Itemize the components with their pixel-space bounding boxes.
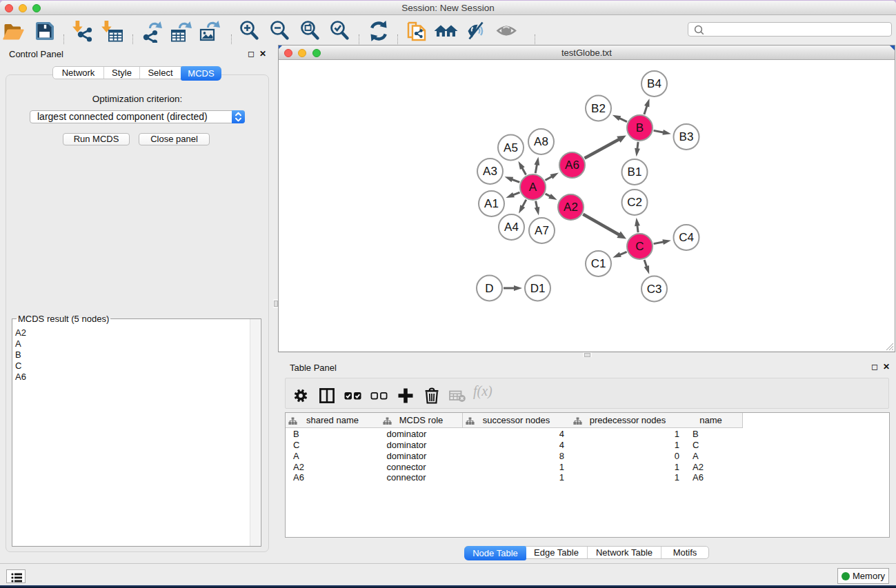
svg-text:C: C [635, 240, 644, 253]
svg-text:B: B [636, 121, 644, 134]
svg-text:C2: C2 [627, 196, 642, 209]
svg-text:C3: C3 [647, 283, 662, 296]
svg-text:B4: B4 [647, 77, 661, 90]
svg-text:A5: A5 [504, 141, 518, 154]
svg-text:A1: A1 [484, 197, 499, 210]
svg-text:A2: A2 [564, 201, 578, 214]
svg-text:B3: B3 [679, 130, 694, 143]
svg-text:A4: A4 [504, 221, 519, 234]
svg-text:A3: A3 [483, 165, 497, 178]
svg-text:A6: A6 [565, 159, 579, 172]
svg-text:A: A [529, 181, 537, 194]
svg-text:D1: D1 [530, 282, 546, 295]
svg-text:C1: C1 [591, 257, 606, 270]
svg-text:B2: B2 [591, 102, 606, 115]
svg-text:C4: C4 [679, 231, 694, 244]
svg-text:A7: A7 [535, 224, 549, 237]
svg-text:A8: A8 [534, 135, 548, 148]
svg-text:D: D [485, 282, 493, 295]
svg-text:B1: B1 [628, 165, 642, 179]
